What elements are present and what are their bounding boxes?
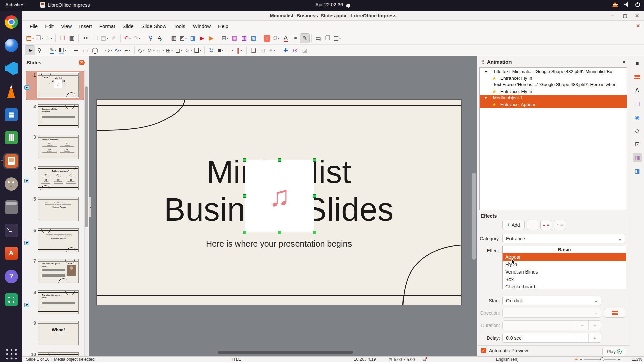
zoom-slider-knob[interactable] bbox=[600, 357, 604, 361]
flowchart-shapes[interactable]: ⊞▾ bbox=[165, 46, 174, 55]
slides-panel-scrollbar[interactable] bbox=[84, 70, 88, 356]
master-slide-dropdown[interactable]: ▾ bbox=[185, 37, 187, 40]
show-draw-functions[interactable]: ✎ bbox=[300, 34, 309, 43]
new-slide[interactable]: ▭+ bbox=[314, 34, 323, 43]
power-icon[interactable] bbox=[635, 2, 640, 7]
symbol-shapes[interactable]: ☺▾ bbox=[146, 46, 155, 55]
slide-thumbnail-9[interactable]: 9Whoa! bbox=[26, 319, 84, 348]
animation-list-row-3[interactable]: Text Frame 'Here is ...' 'Google Shape;4… bbox=[480, 81, 627, 88]
effect-option-checkerboard[interactable]: Checkerboard bbox=[503, 283, 626, 289]
curves-and-polygons-dropdown[interactable]: ▾ bbox=[120, 49, 122, 52]
dock-item-vscode[interactable] bbox=[3, 60, 19, 76]
edit-canvas[interactable]: Minimalist Business Slides ♫ Here is whe… bbox=[89, 56, 477, 356]
insert-table[interactable]: ⊞▾ bbox=[220, 34, 230, 43]
vertical-scrollbar-handle[interactable] bbox=[472, 173, 476, 260]
insert-table-dropdown[interactable]: ▾ bbox=[227, 37, 229, 40]
play-button[interactable]: Play ▶ bbox=[602, 347, 626, 356]
lines-and-arrows[interactable]: ⇨▾ bbox=[104, 46, 113, 55]
tab-gallery[interactable]: ❏ bbox=[633, 99, 642, 109]
shadow[interactable]: ❏ bbox=[249, 46, 258, 55]
effect-option-fly-in[interactable]: Fly In bbox=[503, 261, 626, 268]
cut[interactable]: ✂ bbox=[81, 34, 90, 43]
animation-list-row-5[interactable]: ➤Media object 1 bbox=[480, 95, 627, 101]
new-presentation[interactable]: ▤▾ bbox=[25, 34, 35, 43]
export-pdf[interactable]: ❒ bbox=[58, 34, 67, 43]
slide-thumbnail-8[interactable]: 8The slide title goes here! bbox=[26, 289, 84, 317]
slide-layout-dropdown[interactable]: ▾ bbox=[339, 37, 341, 40]
open-file[interactable]: ❐▾ bbox=[35, 34, 44, 43]
start-from-first-slide[interactable]: ▶ bbox=[197, 34, 207, 43]
insert-media[interactable]: ▥ bbox=[239, 34, 249, 43]
edit-points[interactable]: ✚ bbox=[281, 46, 290, 55]
paste-dropdown[interactable]: ▾ bbox=[107, 37, 108, 40]
fill-color[interactable]: ◧▾ bbox=[58, 46, 67, 55]
slide-thumbnail-7[interactable]: 7The slide title goes here! bbox=[26, 257, 84, 286]
delay-decrease[interactable]: − bbox=[576, 333, 588, 342]
print[interactable]: ▣ bbox=[67, 34, 76, 43]
menu-item-insert[interactable]: Insert bbox=[75, 22, 96, 31]
vlc-tray-icon[interactable] bbox=[612, 2, 618, 7]
maximize-button[interactable]: ▢ bbox=[621, 12, 629, 19]
new-presentation-dropdown[interactable]: ▾ bbox=[32, 37, 34, 40]
animation-list-row-2[interactable]: ★Entrance: Fly In bbox=[480, 75, 627, 82]
callout-shapes-dropdown[interactable]: ▾ bbox=[181, 49, 182, 52]
master-slide[interactable]: ◩▾ bbox=[178, 34, 188, 43]
basic-shapes[interactable]: ◇▾ bbox=[137, 46, 146, 55]
3d-objects[interactable]: ❑▾ bbox=[193, 46, 202, 55]
focused-app-indicator[interactable]: LibreOffice Impress bbox=[40, 2, 90, 8]
basic-shapes-dropdown[interactable]: ▾ bbox=[143, 49, 145, 52]
activities-button[interactable]: Activities bbox=[5, 2, 24, 7]
font-color[interactable]: A bbox=[281, 34, 290, 43]
language-status[interactable]: English (en) bbox=[496, 357, 519, 362]
connectors[interactable]: ⌐▾ bbox=[123, 46, 132, 55]
menu-item-format[interactable]: Format bbox=[96, 22, 119, 31]
slide-page[interactable]: Minimalist Business Slides ♫ Here is whe… bbox=[97, 100, 461, 305]
arrange[interactable]: ≣▾ bbox=[225, 46, 235, 55]
automatic-preview-checkbox[interactable]: ✓ bbox=[481, 348, 486, 353]
display-grid[interactable]: ▦ bbox=[169, 34, 178, 43]
dock-item-app-grid[interactable] bbox=[3, 346, 19, 362]
sidebar-menu[interactable]: ≡ bbox=[633, 59, 642, 68]
panel-splitter-handle[interactable]: ◂ bbox=[89, 197, 91, 217]
special-character[interactable]: Ω▾ bbox=[272, 34, 281, 43]
copy[interactable]: ❏ bbox=[90, 34, 100, 43]
dock-item-help[interactable] bbox=[3, 268, 19, 285]
select[interactable]: ➤ bbox=[25, 46, 35, 55]
start-from-current-slide[interactable]: ▶ bbox=[207, 34, 216, 43]
dock-item-terminal[interactable] bbox=[3, 222, 19, 238]
effect-options-list[interactable]: Basic AppearFly InVenetian BlindsBoxChec… bbox=[502, 246, 626, 289]
animation-effect-list[interactable]: ➤Title text 'Minimali...' 'Google Shape;… bbox=[479, 67, 627, 210]
distribute-dropdown[interactable]: ▾ bbox=[240, 49, 242, 52]
open-file-dropdown[interactable]: ▾ bbox=[41, 37, 43, 40]
insert-line[interactable]: ─ bbox=[71, 46, 81, 55]
slide-thumbnail-4[interactable]: 4Table of contents01Introduction02Compan… bbox=[26, 165, 84, 193]
rotate[interactable]: ↻ bbox=[207, 46, 216, 55]
slide-thumbnail-2[interactable]: 2Contents of this template bbox=[26, 103, 84, 131]
fit-slide-icon[interactable]: ✳ bbox=[574, 357, 578, 362]
menu-item-file[interactable]: File bbox=[26, 22, 41, 31]
rectangle[interactable]: ▭ bbox=[81, 46, 90, 55]
volume-icon[interactable] bbox=[624, 2, 629, 7]
duplicate-slide[interactable]: ❐ bbox=[323, 34, 332, 43]
callout-shapes[interactable]: ◻▾ bbox=[174, 46, 183, 55]
tab-navigator[interactable]: ◉ bbox=[633, 113, 642, 122]
dock-item-libreoffice-calc[interactable] bbox=[3, 130, 19, 146]
3d-objects-dropdown[interactable]: ▾ bbox=[200, 49, 201, 52]
block-arrows[interactable]: ⇔▾ bbox=[155, 46, 165, 55]
save[interactable]: ⇩▾ bbox=[44, 34, 53, 43]
delay-spinner[interactable]: 0.0 sec − + bbox=[502, 333, 601, 343]
delay-increase[interactable]: + bbox=[588, 333, 601, 342]
fill-color-dropdown[interactable]: ▾ bbox=[65, 49, 66, 52]
menu-item-slide[interactable]: Slide bbox=[119, 22, 137, 31]
zoom-out-button[interactable]: − bbox=[580, 357, 582, 362]
line-color[interactable]: ✎▾ bbox=[48, 46, 58, 55]
block-arrows-dropdown[interactable]: ▾ bbox=[162, 49, 164, 52]
save-dropdown[interactable]: ▾ bbox=[51, 37, 52, 40]
dock-item-vlc[interactable] bbox=[3, 83, 19, 100]
menu-item-view[interactable]: View bbox=[57, 22, 75, 31]
tab-animation[interactable]: ▥ bbox=[633, 153, 642, 162]
symbol-shapes-dropdown[interactable]: ▾ bbox=[153, 49, 155, 52]
animation-list-row-6[interactable]: ★Entrance: Appear bbox=[480, 101, 627, 108]
lines-and-arrows-dropdown[interactable]: ▾ bbox=[111, 49, 112, 52]
close-button[interactable]: ✕ bbox=[633, 12, 641, 19]
